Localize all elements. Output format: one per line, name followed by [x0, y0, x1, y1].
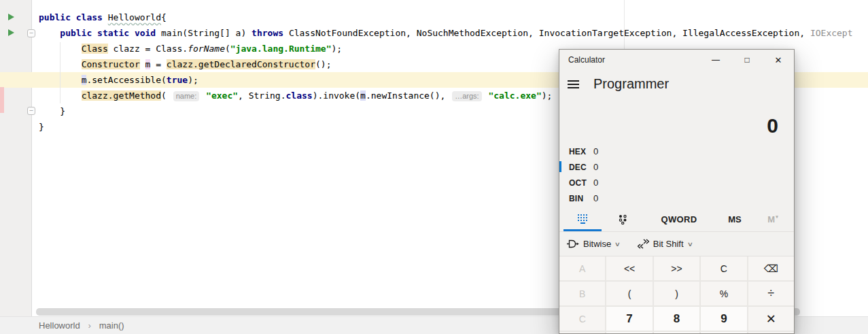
chevron-down-icon: ▾	[776, 214, 778, 220]
code-token: (	[225, 44, 230, 54]
chevron-down-icon: ∨	[687, 241, 693, 248]
key-a: A	[559, 256, 605, 280]
code-token: );	[542, 90, 553, 101]
breadcrumb: Helloworld › main()	[39, 320, 124, 331]
code-token: ();	[315, 59, 331, 69]
radix-row-dec[interactable]: DEC0	[559, 159, 794, 175]
code-token: Class	[82, 44, 108, 54]
radix-panel: HEX0DEC0OCT0BIN0	[559, 140, 794, 208]
key-7[interactable]: 7	[606, 307, 652, 331]
code-token: "calc.exe"	[488, 90, 541, 101]
code-token: public static void	[60, 28, 161, 38]
calculator-header: Programmer	[559, 70, 794, 98]
code-token: .setAccessible(	[86, 75, 166, 85]
code-token	[39, 28, 60, 38]
code-token: true	[167, 75, 188, 85]
radix-value: 0	[593, 178, 598, 188]
bitwise-dropdown[interactable]: Bitwise ∨	[567, 239, 620, 249]
radix-label: OCT	[569, 178, 593, 188]
code-token	[39, 90, 82, 101]
parameter-hint: …args:	[452, 91, 481, 101]
function-row: Bitwise ∨ Bit Shift ∨	[559, 232, 794, 256]
code-token: IOExcept	[810, 28, 853, 38]
radix-row-hex[interactable]: HEX0	[559, 144, 794, 159]
radix-label: DEC	[569, 163, 593, 172]
radix-value: 0	[593, 146, 598, 156]
code-token: );	[188, 75, 198, 85]
key-multiply[interactable]: ✕	[748, 307, 794, 331]
code-token: m	[360, 90, 366, 101]
code-token: public class	[39, 12, 108, 22]
radix-row-bin[interactable]: BIN0	[559, 190, 794, 206]
key-b: B	[559, 282, 605, 305]
code-token: "java.lang.Runtime"	[230, 44, 332, 54]
code-token: clazz = Class.	[108, 44, 188, 54]
display-value: 0	[767, 114, 778, 137]
bit-toggle-icon	[618, 214, 627, 224]
bitwise-label: Bitwise	[583, 239, 611, 249]
code-token: clazz.getDeclaredConstructor	[167, 59, 315, 69]
minimize-button[interactable]: —	[700, 50, 731, 70]
key-8[interactable]: 8	[654, 307, 699, 331]
code-token: , String.	[238, 90, 285, 101]
bitshift-label: Bit Shift	[653, 239, 684, 249]
menu-icon[interactable]	[568, 78, 579, 90]
full-keypad-toggle[interactable]	[563, 208, 602, 231]
run-class-icon[interactable]	[8, 14, 14, 20]
code-token: ).invoke(	[313, 90, 360, 101]
radix-value: 0	[593, 162, 598, 172]
chevron-down-icon: ∨	[614, 241, 621, 248]
code-line: public class Helloworld{	[39, 10, 853, 25]
code-token	[39, 75, 82, 85]
breadcrumb-method[interactable]: main()	[99, 320, 124, 331]
radix-row-oct[interactable]: OCT0	[559, 175, 794, 190]
calculator-keypad: A<<>>C⌫B()%÷C789✕D456−	[559, 256, 794, 334]
code-token: Helloworld	[108, 12, 161, 22]
calculator-titlebar: Calculator — □ ✕	[559, 50, 794, 70]
bit-shift-icon	[638, 239, 649, 249]
code-token: .newInstance(),	[366, 90, 451, 101]
breadcrumb-separator-icon: ›	[88, 321, 91, 331]
code-token: }	[39, 122, 44, 132]
key-backspace[interactable]: ⌫	[748, 256, 794, 280]
close-button[interactable]: ✕	[763, 50, 794, 70]
code-token: Constructor	[82, 59, 140, 69]
calculator-display: 0	[559, 98, 794, 140]
bitshift-dropdown[interactable]: Bit Shift ∨	[638, 239, 692, 249]
key-divide[interactable]: ÷	[748, 282, 794, 305]
code-token	[39, 59, 82, 69]
maximize-button[interactable]: □	[731, 50, 763, 70]
key-c: C	[559, 307, 605, 331]
code-token: }	[39, 106, 65, 116]
key-close-paren[interactable]: )	[654, 282, 699, 305]
parameter-hint: name:	[173, 91, 200, 101]
code-token	[201, 90, 206, 101]
fold-minus-icon[interactable]: –	[27, 107, 35, 115]
code-token: forName	[188, 44, 225, 54]
memory-flyout-label: M	[767, 214, 775, 224]
radix-label: BIN	[569, 194, 593, 203]
editor-gutter	[0, 0, 32, 317]
bit-toggle-keypad-button[interactable]	[612, 208, 633, 231]
key-left-shift[interactable]: <<	[606, 256, 652, 280]
key-9[interactable]: 9	[701, 307, 746, 331]
key-percent[interactable]: %	[701, 282, 746, 305]
run-main-icon[interactable]	[8, 29, 14, 36]
code-token: "exec"	[206, 90, 238, 101]
key-open-paren[interactable]: (	[606, 282, 652, 305]
word-size-button[interactable]: QWORD	[655, 208, 704, 231]
memory-store-button[interactable]: MS	[719, 208, 750, 231]
logic-gate-icon	[567, 239, 579, 248]
calculator-window: Calculator — □ ✕ Programmer 0 HEX0DEC0OC…	[559, 49, 795, 334]
radix-value: 0	[593, 193, 598, 203]
breadcrumb-class[interactable]: Helloworld	[39, 320, 80, 331]
code-token	[140, 59, 145, 69]
fold-minus-icon[interactable]: –	[27, 29, 35, 37]
window-title: Calculator	[559, 55, 700, 65]
code-token: (	[161, 90, 172, 101]
key-right-shift[interactable]: >>	[654, 256, 699, 280]
mode-title: Programmer	[593, 76, 669, 92]
key-clear[interactable]: C	[701, 256, 746, 280]
memory-flyout-button[interactable]: M▾	[759, 208, 786, 231]
code-token: );	[332, 44, 343, 54]
